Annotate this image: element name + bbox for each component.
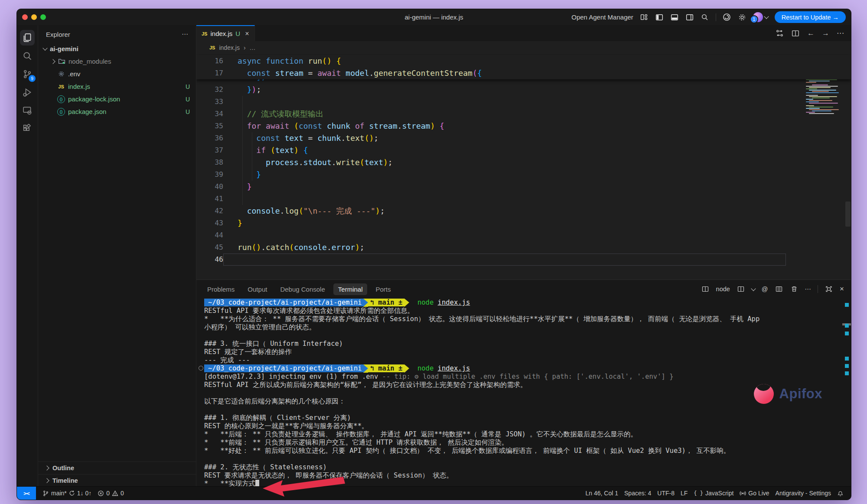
panel-tab-bar: ProblemsOutputDebug ConsoleTerminalPorts…: [196, 280, 851, 298]
code-line: ],: [196, 79, 851, 83]
status-bar: >< main* 1↓ 0↑ 0 0 Ln 46, Col 1 Spaces: …: [17, 486, 851, 500]
js-file-icon: JS: [209, 45, 215, 50]
eol[interactable]: LF: [678, 490, 691, 497]
breadcrumb-file[interactable]: index.js: [219, 44, 239, 51]
activity-remote-explorer[interactable]: [19, 101, 36, 120]
tree-root-folder[interactable]: ai-gemini: [38, 42, 196, 55]
terminal-line: [204, 332, 851, 340]
file-row[interactable]: JSindex.jsU: [38, 80, 196, 93]
chevron-right-icon: [44, 478, 49, 483]
gear-icon: [58, 71, 65, 77]
git-branch-icon: [42, 490, 49, 497]
breadcrumb-more[interactable]: …: [250, 44, 256, 51]
warning-icon: [112, 490, 118, 497]
restart-to-update-button[interactable]: Restart to Update →: [775, 11, 846, 23]
antigravity-settings[interactable]: Antigravity - Settings: [772, 490, 834, 497]
split-editor-icon[interactable]: [791, 29, 800, 38]
panel-more-actions-icon[interactable]: ⋯: [805, 286, 812, 293]
encoding[interactable]: UTF-8: [654, 490, 678, 497]
file-label: node_modules: [68, 58, 111, 65]
maximize-window-button[interactable]: [40, 14, 46, 20]
maximize-panel-icon[interactable]: [825, 285, 833, 293]
timeline-section[interactable]: Timeline: [38, 474, 196, 487]
remote-indicator[interactable]: ><: [17, 487, 36, 500]
folder-icon: [58, 58, 65, 65]
code-line: 38 process.stdout.write(text);: [196, 156, 851, 169]
agent-shield-icon[interactable]: [723, 13, 731, 22]
file-row[interactable]: node_modules: [38, 55, 196, 68]
terminal-line: REST 的核心原则之一就是**客户端与服务器分离**。: [204, 422, 851, 430]
terminal-scroll-mark: [845, 324, 849, 328]
code-line: 37 if (text) {: [196, 144, 851, 156]
activity-extensions[interactable]: [19, 120, 36, 138]
file-row[interactable]: {}package-lock.jsonU: [38, 93, 196, 105]
toggle-secondary-sidebar-icon[interactable]: [685, 13, 694, 22]
tab-label: index.js: [210, 30, 232, 37]
close-tab-icon[interactable]: ×: [245, 30, 249, 38]
cursor-position[interactable]: Ln 46, Col 1: [583, 490, 622, 497]
navigate-forward-icon[interactable]: →: [822, 29, 829, 38]
activity-source-control[interactable]: 9: [19, 65, 36, 83]
launch-profile-chevron-icon[interactable]: [751, 286, 756, 291]
open-agent-manager-button[interactable]: Open Agent Manager: [571, 13, 633, 21]
terminal-line: [dotenv@17.2.3] injecting env (1) from .…: [204, 373, 851, 381]
go-live[interactable]: Go Live: [737, 490, 772, 497]
panel-divider: [818, 285, 818, 293]
terminal-columns-icon[interactable]: [775, 285, 783, 293]
panel-tab-ports[interactable]: Ports: [371, 283, 395, 295]
panel-tab-output[interactable]: Output: [243, 283, 272, 295]
search-icon[interactable]: [701, 13, 709, 22]
explorer-title: Explorer: [46, 31, 70, 38]
notifications-bell[interactable]: [834, 490, 847, 497]
settings-gear-icon[interactable]: [738, 13, 746, 22]
code-line: 44: [196, 229, 851, 241]
editor-more-actions-icon[interactable]: ⋯: [837, 29, 844, 38]
outline-section[interactable]: Outline: [38, 462, 196, 474]
terminal-attach-icon[interactable]: @: [762, 286, 768, 293]
branch-status[interactable]: main* 1↓ 0↑: [39, 487, 95, 500]
account-menu[interactable]: 1: [753, 12, 768, 22]
breadcrumb-separator: ›: [244, 44, 246, 51]
apifox-logo-icon: [754, 384, 774, 404]
activity-explorer[interactable]: [19, 29, 36, 47]
command-decoration-icon[interactable]: [199, 366, 203, 371]
file-row[interactable]: .env: [38, 68, 196, 80]
open-changes-icon[interactable]: [775, 29, 784, 38]
layout-grid-icon[interactable]: [640, 13, 649, 22]
code-line: 40 }: [196, 181, 851, 193]
close-panel-icon[interactable]: ×: [840, 285, 844, 293]
kill-terminal-icon[interactable]: [790, 285, 799, 293]
navigate-back-icon[interactable]: ←: [807, 29, 815, 38]
avatar-notification-badge: 1: [750, 15, 758, 23]
js-file-icon: JS: [202, 31, 207, 36]
run-debug-icon: [23, 88, 32, 97]
tab-index-js[interactable]: JS index.js U ×: [196, 25, 255, 41]
indentation[interactable]: Spaces: 4: [621, 490, 654, 497]
editor-scrollbar-thumb[interactable]: [845, 202, 851, 227]
panel-tab-terminal[interactable]: Terminal: [333, 283, 368, 295]
activity-search[interactable]: [19, 47, 36, 65]
panel-tab-debug-console[interactable]: Debug Console: [275, 283, 329, 295]
bottom-panel: ProblemsOutputDebug ConsoleTerminalPorts…: [196, 280, 851, 487]
activity-run-debug[interactable]: [19, 83, 36, 101]
root-folder-label: ai-gemini: [50, 45, 78, 52]
explorer-more-actions[interactable]: ⋯: [182, 30, 189, 38]
panel-tab-problems[interactable]: Problems: [202, 283, 239, 295]
code-editor[interactable]: 16async function run() {17 const stream …: [196, 54, 851, 280]
terminal-instance-label[interactable]: node: [716, 286, 730, 293]
code-line: 39 }: [196, 169, 851, 181]
language-mode[interactable]: { } JavaScript: [691, 490, 737, 497]
toggle-panel-icon[interactable]: [670, 13, 679, 22]
terminal-line: --- 完成 ---: [204, 356, 851, 364]
file-row[interactable]: {}package.jsonU: [38, 105, 196, 118]
terminal-scroll-mark: [845, 332, 849, 335]
terminal-scroll-mark: [845, 371, 849, 375]
minimize-window-button[interactable]: [31, 14, 37, 20]
activity-bar: 9: [17, 25, 38, 487]
split-terminal-icon[interactable]: [737, 285, 745, 293]
breadcrumb[interactable]: JS index.js › …: [196, 41, 851, 54]
close-window-button[interactable]: [22, 14, 28, 20]
problems-status[interactable]: 0 0: [95, 487, 127, 500]
terminal[interactable]: ~/03_code-project/ai-project/ai-gemini↰ …: [196, 298, 851, 487]
toggle-primary-sidebar-icon[interactable]: [655, 13, 664, 22]
